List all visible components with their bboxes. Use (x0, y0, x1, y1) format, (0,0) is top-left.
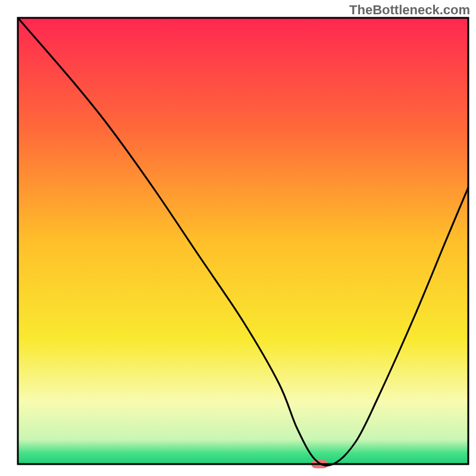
bottleneck-chart (0, 0, 476, 476)
watermark-text: TheBottleneck.com (349, 2, 470, 18)
plot-background (18, 18, 468, 464)
chart-container: TheBottleneck.com (0, 0, 476, 476)
